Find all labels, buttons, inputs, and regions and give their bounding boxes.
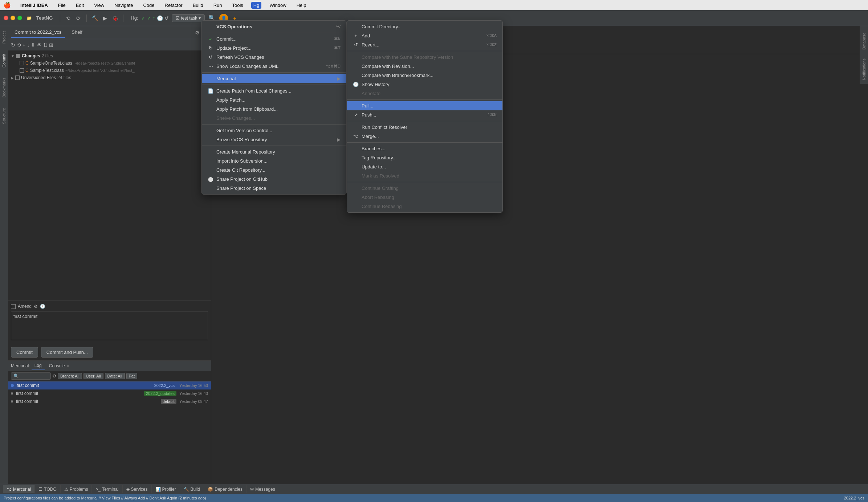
- bottom-tab-todo[interactable]: ☰ TODO: [35, 485, 60, 493]
- commit-button[interactable]: Commit: [11, 347, 38, 358]
- hg-pull-item[interactable]: Pull...: [347, 101, 502, 110]
- console-tab-close[interactable]: ×: [67, 364, 69, 368]
- sidebar-tab-notifications[interactable]: Notifications: [860, 55, 868, 84]
- filter-icon[interactable]: ⊞: [49, 42, 53, 48]
- log-tab-log[interactable]: Log: [32, 362, 45, 370]
- vcs-refresh-item[interactable]: ↺ Refresh VCS Changes: [202, 53, 346, 62]
- hg-tag-item[interactable]: Tag Repository...: [347, 153, 502, 162]
- log-entry-0[interactable]: first commit 2022.2_vcs Yesterday 16:53: [8, 381, 211, 389]
- hg-history-item[interactable]: 🕐 Show History: [347, 80, 502, 89]
- file-checkbox-0[interactable]: [20, 61, 24, 65]
- hg-add-item[interactable]: + Add ⌥⌘A: [347, 31, 502, 40]
- vcs-github-item[interactable]: ⬤ Share Project on GitHub: [202, 175, 346, 184]
- menu-refactor[interactable]: Refactor: [163, 2, 185, 9]
- pat-filter[interactable]: Pat: [126, 373, 138, 379]
- undo-icon[interactable]: ⟲: [65, 15, 72, 22]
- minimize-button[interactable]: [11, 16, 15, 20]
- menu-file[interactable]: File: [56, 2, 68, 9]
- hg-check2-icon[interactable]: ✓: [147, 15, 151, 21]
- changes-group[interactable]: ▼ Changes 2 files: [9, 52, 209, 60]
- vcs-apply-clipboard-item[interactable]: Apply Patch from Clipboard...: [202, 105, 346, 114]
- menu-window[interactable]: Window: [267, 2, 288, 9]
- eye-icon[interactable]: 👁: [37, 42, 42, 48]
- bottom-tab-profiler[interactable]: 📊 Profiler: [152, 485, 180, 493]
- log-tab-console[interactable]: Console ×: [46, 362, 72, 370]
- bottom-tab-messages[interactable]: ✉ Messages: [246, 485, 279, 493]
- hg-update-to-item[interactable]: Update to...: [347, 162, 502, 171]
- vcs-create-hg-item[interactable]: Create Mercurial Repository: [202, 147, 346, 156]
- file-checkbox-1[interactable]: [20, 68, 24, 73]
- menu-hg[interactable]: Hg: [251, 2, 262, 9]
- task-button[interactable]: ☑ test task ▾: [172, 14, 205, 22]
- menu-tools[interactable]: Tools: [230, 2, 245, 9]
- menu-intellij[interactable]: IntelliJ IDEA: [18, 2, 50, 9]
- unversioned-checkbox[interactable]: [15, 75, 20, 80]
- hg-push-icon[interactable]: ↑: [153, 15, 155, 21]
- bottom-tab-services[interactable]: ◈ Services: [123, 485, 152, 493]
- menu-help[interactable]: Help: [294, 2, 309, 9]
- bottom-tab-mercurial[interactable]: ⌥ Mercurial: [3, 485, 35, 493]
- apple-menu[interactable]: 🍎: [4, 2, 11, 9]
- file-item-1[interactable]: C SampleTest.class ~/IdeaProjects/TestNG…: [9, 67, 209, 74]
- run-icon[interactable]: ▶: [101, 15, 109, 22]
- amend-checkbox[interactable]: [11, 304, 16, 309]
- commit-message-input[interactable]: first commit: [11, 311, 208, 340]
- bottom-tab-build[interactable]: 🔨 Build: [180, 485, 204, 493]
- vcs-update-item[interactable]: ↻ Update Project... ⌘T: [202, 44, 346, 53]
- log-settings-icon[interactable]: ⚙: [52, 374, 56, 379]
- branch-indicator[interactable]: 2022.2_vcs: [844, 496, 864, 500]
- changes-checkbox[interactable]: [16, 54, 20, 58]
- bottom-tab-terminal[interactable]: >_ Terminal: [92, 485, 122, 493]
- menu-edit[interactable]: Edit: [74, 2, 86, 9]
- sidebar-tab-database[interactable]: Database: [860, 29, 868, 53]
- sidebar-item-structure[interactable]: Structure: [1, 103, 7, 129]
- commit-push-button[interactable]: Commit and Push...: [41, 347, 93, 358]
- hg-branches-item[interactable]: Branches...: [347, 144, 502, 153]
- rollback-icon[interactable]: ⟲: [17, 42, 21, 48]
- hg-history-icon[interactable]: 🕐: [157, 15, 163, 21]
- build-icon[interactable]: 🔨: [91, 15, 98, 22]
- date-filter[interactable]: Date: All: [105, 373, 125, 379]
- menu-run[interactable]: Run: [211, 2, 224, 9]
- menu-view[interactable]: View: [92, 2, 106, 9]
- unversioned-group[interactable]: ▶ Unversioned Files 24 files: [9, 74, 209, 81]
- expand-all-icon[interactable]: ⬇: [31, 42, 35, 48]
- vcs-uml-item[interactable]: ⋯ Show Local Changes as UML ⌥⇧⌘D: [202, 62, 346, 71]
- hg-revert-item[interactable]: ↺ Revert... ⌥⌘Z: [347, 40, 502, 49]
- menu-build[interactable]: Build: [191, 2, 205, 9]
- vcs-create-git-item[interactable]: Create Git Repository...: [202, 166, 346, 175]
- sidebar-item-commit[interactable]: Commit: [1, 49, 7, 73]
- branch-filter[interactable]: Branch: All: [58, 373, 82, 379]
- hg-push-item[interactable]: ↗ Push... ⇧⌘K: [347, 110, 502, 119]
- commit-settings-icon[interactable]: ⚙: [34, 304, 38, 309]
- debug-icon[interactable]: 🐞: [111, 15, 119, 22]
- hg-compare-revision-item[interactable]: Compare with Revision...: [347, 62, 502, 71]
- vcs-import-svn-item[interactable]: Import into Subversion...: [202, 156, 346, 166]
- hg-conflict-item[interactable]: Run Conflict Resolver: [347, 123, 502, 132]
- bottom-tab-dependencies[interactable]: 📦 Dependencies: [204, 485, 246, 493]
- vcs-browse-item[interactable]: Browse VCS Repository ▶: [202, 135, 346, 144]
- tab-shelf[interactable]: Shelf: [68, 27, 86, 38]
- sort-icon[interactable]: ⇅: [43, 42, 48, 48]
- hg-check-icon[interactable]: ✓: [141, 15, 146, 21]
- vcs-commit-item[interactable]: ✓ Commit... ⌘K: [202, 34, 346, 44]
- sidebar-item-project[interactable]: Project: [1, 26, 7, 49]
- settings-icon[interactable]: ⚙: [195, 30, 200, 36]
- vcs-get-item[interactable]: Get from Version Control...: [202, 126, 346, 135]
- vcs-apply-patch-item[interactable]: Apply Patch...: [202, 95, 346, 105]
- vcs-create-patch-item[interactable]: 📄 Create Patch from Local Changes...: [202, 86, 346, 95]
- hg-undo-icon[interactable]: ↺: [164, 15, 169, 21]
- vcs-mercurial-item[interactable]: Mercurial ▶: [202, 74, 346, 83]
- log-search-input[interactable]: [11, 372, 51, 380]
- log-entry-2[interactable]: first commit default Yesterday 09:47: [8, 397, 211, 405]
- file-item-0[interactable]: C SampleOneTest.class ~/IdeaProjects/Tes…: [9, 60, 209, 67]
- bottom-tab-problems[interactable]: ⚠ Problems: [61, 485, 92, 493]
- tab-commit[interactable]: Commit to 2022.2_vcs: [11, 27, 65, 38]
- refresh-icon[interactable]: ↻: [11, 42, 15, 48]
- redo-icon[interactable]: ⟳: [75, 15, 82, 22]
- commit-history-icon[interactable]: 🕐: [40, 304, 45, 309]
- user-filter[interactable]: User: All: [83, 373, 103, 379]
- add-icon[interactable]: +: [23, 42, 25, 48]
- close-button[interactable]: [4, 16, 8, 20]
- log-entry-1[interactable]: first commit 2022.2_updates Yesterday 16…: [8, 389, 211, 397]
